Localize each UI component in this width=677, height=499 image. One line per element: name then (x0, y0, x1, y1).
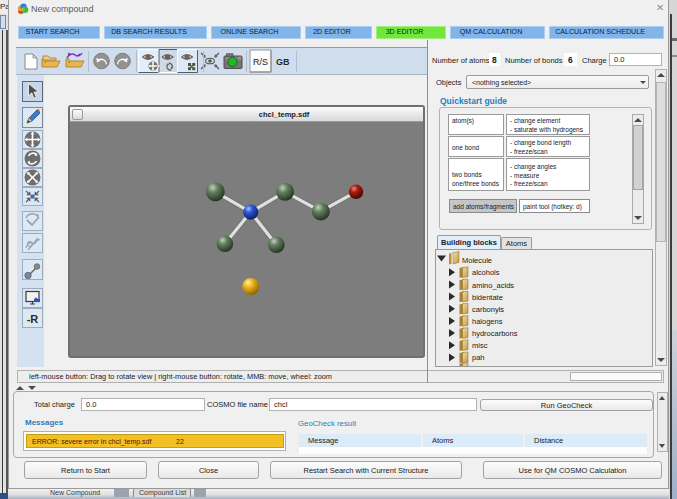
svg-text:R/S: R/S (253, 57, 268, 67)
svg-text:alcohols: alcohols (472, 268, 500, 277)
svg-text:amino_acids: amino_acids (472, 281, 514, 290)
svg-text:hydrocarbons: hydrocarbons (472, 329, 518, 338)
svg-text:Molecule: Molecule (462, 256, 492, 265)
svg-text:-R: -R (27, 313, 39, 325)
svg-text:GB: GB (276, 57, 290, 67)
svg-text:halogens: halogens (472, 317, 503, 326)
svg-text:misc: misc (472, 341, 488, 350)
svg-text:pah: pah (472, 353, 485, 362)
svg-text:carbonyls: carbonyls (472, 305, 504, 314)
svg-text:bidentate: bidentate (472, 293, 503, 302)
